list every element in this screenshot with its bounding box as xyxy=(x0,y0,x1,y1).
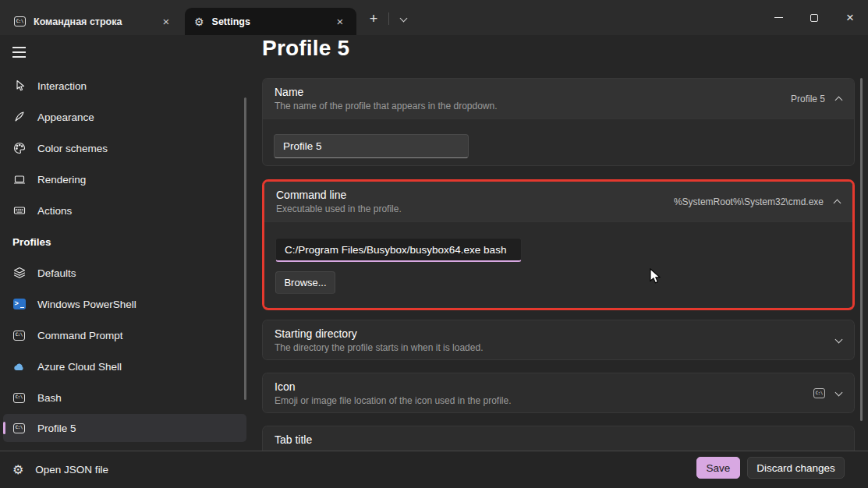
settings-sidebar: Interaction Appearance Color schemes Ren… xyxy=(0,35,257,451)
sidebar-item-interaction[interactable]: Interaction xyxy=(0,70,250,101)
footer-bar: ⚙ Open JSON file Save Discard changes xyxy=(0,451,868,488)
sidebar-scrollbar[interactable] xyxy=(244,97,246,400)
profiles-section-header: Profiles xyxy=(12,226,168,257)
sidebar-item-label: Interaction xyxy=(37,80,87,92)
terminal-window-icon: C:\ xyxy=(12,393,26,403)
setting-current-value: %SystemRoot%\System32\cmd.exe xyxy=(674,196,824,207)
cmd-window-icon: C:\ xyxy=(12,331,26,341)
setting-description: Emoji or image file location of the icon… xyxy=(275,395,841,406)
maximize-button[interactable] xyxy=(796,0,832,35)
setting-description: The directory the profile starts in when… xyxy=(275,342,841,353)
main-scrollbar[interactable] xyxy=(860,78,863,421)
tab-label: Командная строка xyxy=(34,16,151,27)
sidebar-item-defaults[interactable]: Defaults xyxy=(0,257,250,288)
icon-expander-header[interactable]: Icon Emoji or image file location of the… xyxy=(263,373,854,413)
chevron-down-icon xyxy=(835,335,843,343)
starting-directory-expander-header[interactable]: Starting directory The directory the pro… xyxy=(263,320,854,360)
sidebar-item-color-schemes[interactable]: Color schemes xyxy=(0,133,250,164)
new-tab-button[interactable]: + xyxy=(363,9,384,30)
minimize-button[interactable] xyxy=(760,0,796,35)
chevron-down-icon xyxy=(399,15,407,23)
setting-title: Name xyxy=(275,86,841,98)
save-button[interactable]: Save xyxy=(696,457,740,479)
name-expander-header[interactable]: Name The name of the profile that appear… xyxy=(263,79,854,118)
powershell-icon: > xyxy=(12,299,26,309)
sidebar-item-label: Appearance xyxy=(37,111,94,123)
setting-title: Starting directory xyxy=(275,327,841,340)
icon-card: Icon Emoji or image file location of the… xyxy=(262,373,855,413)
palette-icon xyxy=(12,142,26,154)
chevron-up-icon xyxy=(834,199,841,207)
window-controls: × xyxy=(760,0,868,35)
tab-dropdown-button[interactable] xyxy=(394,11,413,28)
maximize-icon xyxy=(810,14,818,22)
setting-description: The name of the profile that appears in … xyxy=(275,101,841,111)
discard-changes-button[interactable]: Discard changes xyxy=(747,457,845,479)
name-card: Name The name of the profile that appear… xyxy=(262,78,855,166)
sidebar-item-actions[interactable]: Actions xyxy=(0,195,250,226)
close-window-button[interactable]: × xyxy=(832,0,868,35)
chevron-down-icon xyxy=(835,388,843,396)
name-expander-content xyxy=(263,118,854,166)
minimize-icon xyxy=(774,17,783,18)
gear-icon: ⚙ xyxy=(194,16,204,27)
hamburger-menu-button[interactable] xyxy=(8,41,36,65)
tab-command-prompt[interactable]: C:\ Командная строка × xyxy=(5,8,182,35)
page-title: Profile 5 xyxy=(262,36,349,61)
close-icon[interactable]: × xyxy=(159,15,173,29)
command-line-card: Command line Executable used in the prof… xyxy=(262,179,855,310)
sidebar-item-appearance[interactable]: Appearance xyxy=(0,101,250,133)
setting-title: Icon xyxy=(275,380,841,393)
pen-icon xyxy=(12,111,26,123)
tab-title-expander-header[interactable]: Tab title xyxy=(263,426,854,451)
sidebar-item-label: Bash xyxy=(37,392,62,404)
mouse-cursor xyxy=(650,268,662,288)
cmd-window-icon: C:\ xyxy=(12,423,26,433)
sidebar-item-windows-powershell[interactable]: > Windows PowerShell xyxy=(0,288,250,320)
sidebar-item-label: Defaults xyxy=(37,267,76,279)
close-icon[interactable]: × xyxy=(333,15,347,29)
tabbar-separator xyxy=(388,12,389,25)
gear-icon: ⚙ xyxy=(12,464,23,476)
cloud-icon xyxy=(12,362,26,372)
sidebar-item-rendering[interactable]: Rendering xyxy=(0,164,250,195)
sidebar-item-label: Azure Cloud Shell xyxy=(37,361,122,373)
setting-title: Tab title xyxy=(275,433,841,446)
chevron-up-icon xyxy=(835,96,843,104)
sidebar-item-azure-cloud-shell[interactable]: Azure Cloud Shell xyxy=(0,351,250,382)
starting-directory-card: Starting directory The directory the pro… xyxy=(262,320,855,360)
sidebar-item-command-prompt[interactable]: C:\ Command Prompt xyxy=(0,320,250,351)
sidebar-item-label: Actions xyxy=(37,205,72,217)
tab-label: Settings xyxy=(212,16,325,27)
tab-title-card: Tab title xyxy=(262,426,855,451)
monitor-icon xyxy=(12,173,26,186)
sidebar-item-label: Color schemes xyxy=(37,143,108,154)
browse-button[interactable]: Browse... xyxy=(275,271,335,294)
sidebar-item-profile-5[interactable]: C:\ Profile 5 xyxy=(3,414,246,442)
selection-indicator xyxy=(3,422,5,434)
sidebar-item-label: Profile 5 xyxy=(37,423,76,434)
cmd-window-icon: C:\ xyxy=(14,16,26,27)
sidebar-item-bash[interactable]: C:\ Bash xyxy=(0,382,250,413)
tab-settings[interactable]: ⚙ Settings × xyxy=(185,8,356,35)
command-line-expander-content: Browse... xyxy=(264,221,852,307)
titlebar: C:\ Командная строка × ⚙ Settings × + × xyxy=(0,0,868,35)
name-input[interactable] xyxy=(274,134,469,158)
sidebar-item-label: Command Prompt xyxy=(37,330,123,341)
command-line-expander-header[interactable]: Command line Executable used in the prof… xyxy=(264,182,852,221)
sidebar-item-label: Windows PowerShell xyxy=(37,299,136,310)
setting-current-value: Profile 5 xyxy=(791,94,825,104)
open-json-file-label: Open JSON file xyxy=(35,464,108,476)
cursor-icon xyxy=(12,80,26,92)
layers-icon xyxy=(12,267,26,279)
close-icon: × xyxy=(846,10,854,26)
keyboard-icon xyxy=(12,204,26,217)
open-json-file-button[interactable]: ⚙ Open JSON file xyxy=(12,451,108,488)
profile-mini-icon: C:\ xyxy=(813,388,825,398)
command-line-input[interactable] xyxy=(275,238,522,262)
sidebar-item-label: Rendering xyxy=(37,174,86,186)
